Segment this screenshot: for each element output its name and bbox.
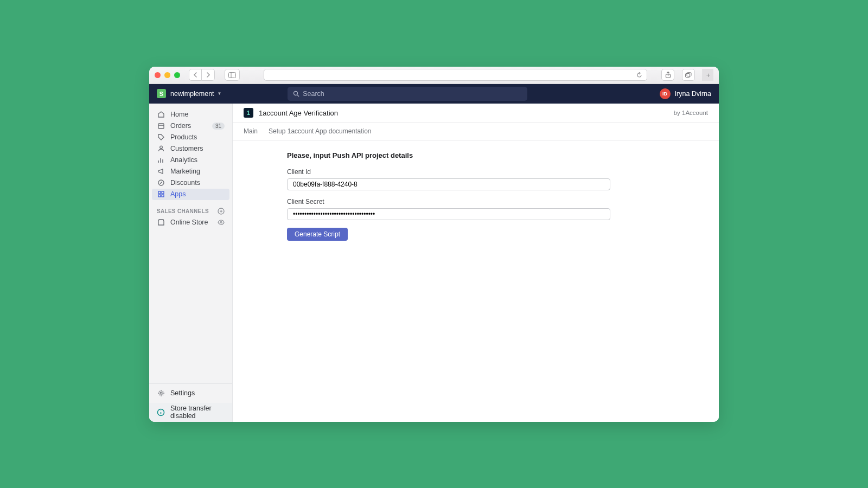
sidebar-item-label: Products	[170, 133, 197, 141]
svg-rect-13	[162, 195, 164, 197]
svg-rect-0	[229, 72, 236, 78]
sidebar-item-orders[interactable]: Orders 31	[149, 120, 232, 132]
svg-rect-7	[158, 124, 164, 129]
store-name: newimplement	[170, 90, 214, 98]
tab-main[interactable]: Main	[244, 127, 258, 135]
chart-icon	[157, 156, 165, 164]
settings-label: Settings	[170, 389, 195, 397]
forward-button[interactable]	[202, 69, 215, 81]
app-header: 1 1account Age Verification by 1Account	[233, 104, 719, 123]
sidebar-item-label: Discounts	[170, 179, 200, 187]
sidebar-item-marketing[interactable]: Marketing	[149, 166, 232, 177]
main-content: 1 1account Age Verification by 1Account …	[232, 104, 719, 422]
search-input[interactable]: Search	[288, 87, 527, 101]
tab-setup-docs[interactable]: Setup 1account App documentation	[269, 127, 371, 135]
sidebar-toggle-icon[interactable]	[225, 69, 240, 81]
form-heading: Please, input Push API project details	[287, 151, 719, 159]
sidebar-item-home[interactable]: Home	[149, 109, 232, 120]
close-icon[interactable]	[155, 72, 161, 78]
search-placeholder: Search	[303, 90, 324, 98]
generate-script-button[interactable]: Generate Script	[287, 228, 348, 241]
search-icon	[293, 91, 299, 97]
svg-line-6	[297, 95, 299, 97]
new-tab-button[interactable]: +	[703, 69, 713, 81]
client-id-field[interactable]	[287, 178, 610, 190]
add-channel-button[interactable]	[218, 208, 225, 215]
sidebar: Home Orders 31 Products Customers Analyt…	[149, 104, 232, 422]
store-icon	[157, 219, 165, 227]
mac-titlebar: +	[149, 67, 719, 84]
share-icon[interactable]	[661, 69, 674, 81]
svg-rect-11	[162, 191, 164, 194]
client-id-input[interactable]	[293, 181, 604, 188]
tabs-icon[interactable]	[682, 69, 695, 81]
sidebar-item-label: Marketing	[170, 168, 200, 175]
client-secret-input[interactable]	[293, 210, 604, 218]
app-body: Home Orders 31 Products Customers Analyt…	[149, 104, 719, 422]
apps-icon	[157, 190, 165, 198]
shopify-topbar: S newimplement ▼ Search ID Iryna Dvirna	[149, 84, 719, 104]
svg-point-8	[159, 146, 162, 149]
orders-badge: 31	[212, 123, 225, 130]
sidebar-item-settings[interactable]: Settings	[149, 384, 232, 403]
store-selector[interactable]: newimplement ▼	[170, 90, 222, 98]
sidebar-item-discounts[interactable]: Discounts	[149, 177, 232, 189]
client-id-label: Client Id	[287, 168, 719, 176]
form-container: Please, input Push API project details C…	[233, 140, 719, 241]
info-icon	[157, 408, 165, 416]
sidebar-item-label: Analytics	[170, 156, 197, 164]
svg-rect-3	[686, 73, 690, 77]
chevron-down-icon: ▼	[218, 91, 222, 96]
svg-point-5	[294, 91, 298, 95]
sidebar-footer: Settings Store transfer disabled	[149, 383, 232, 422]
svg-point-15	[220, 222, 222, 223]
svg-rect-10	[158, 191, 161, 194]
svg-rect-12	[158, 195, 161, 197]
sidebar-item-products[interactable]: Products	[149, 132, 232, 143]
sidebar-item-customers[interactable]: Customers	[149, 143, 232, 155]
store-transfer-notice[interactable]: Store transfer disabled	[149, 403, 232, 422]
sidebar-item-analytics[interactable]: Analytics	[149, 155, 232, 166]
svg-rect-4	[687, 72, 691, 76]
channels-header: SALES CHANNELS	[149, 200, 232, 217]
avatar: ID	[660, 88, 671, 99]
orders-icon	[157, 122, 165, 130]
tag-icon	[157, 133, 165, 142]
app-title: 1account Age Verification	[259, 109, 338, 117]
home-icon	[157, 111, 165, 119]
traffic-lights	[155, 72, 180, 78]
sidebar-item-online-store[interactable]: Online Store	[149, 217, 232, 228]
shopify-logo-icon: S	[157, 89, 166, 98]
sidebar-item-label: Orders	[170, 122, 191, 130]
client-secret-field[interactable]	[287, 208, 610, 220]
tab-bar: Main Setup 1account App documentation	[233, 123, 719, 140]
person-icon	[157, 145, 165, 153]
browser-window: + S newimplement ▼ Search ID Iryna Dvirn…	[149, 67, 719, 422]
discount-icon	[157, 179, 165, 187]
maximize-icon[interactable]	[174, 72, 180, 78]
view-store-icon[interactable]	[218, 220, 225, 225]
user-menu[interactable]: ID Iryna Dvirna	[660, 88, 711, 99]
app-logo-icon: 1	[244, 108, 253, 118]
minimize-icon[interactable]	[164, 72, 170, 78]
client-secret-label: Client Secret	[287, 198, 719, 206]
user-name: Iryna Dvirna	[675, 90, 711, 98]
sidebar-item-apps[interactable]: Apps	[152, 189, 229, 200]
sidebar-item-label: Online Store	[170, 219, 208, 226]
transfer-label: Store transfer disabled	[170, 404, 225, 420]
megaphone-icon	[157, 168, 165, 176]
app-byline: by 1Account	[674, 110, 708, 116]
reload-icon[interactable]	[636, 72, 642, 78]
svg-point-16	[160, 392, 162, 394]
sidebar-item-label: Home	[170, 111, 188, 118]
nav-buttons	[189, 69, 215, 81]
url-bar[interactable]	[264, 69, 647, 81]
back-button[interactable]	[189, 69, 202, 81]
sidebar-item-label: Apps	[170, 190, 186, 198]
sidebar-item-label: Customers	[170, 145, 203, 152]
gear-icon	[157, 389, 165, 397]
